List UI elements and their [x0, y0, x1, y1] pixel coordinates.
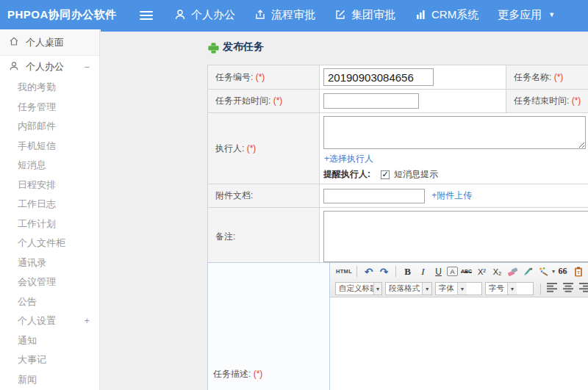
- sidebar-item-schedule[interactable]: 日程安排: [0, 176, 99, 195]
- user-icon: [9, 61, 19, 73]
- undo-button[interactable]: ↶: [362, 265, 376, 278]
- start-time-input[interactable]: [323, 93, 419, 109]
- heading-select[interactable]: 自定义标题 ▼: [335, 282, 382, 295]
- nav-label: 流程审批: [271, 8, 315, 22]
- underline-button[interactable]: U: [431, 265, 445, 278]
- add-task-icon: [208, 43, 218, 52]
- bold-button[interactable]: B: [401, 265, 415, 278]
- spell-wand-icon[interactable]: [537, 265, 551, 278]
- chevron-down-icon: ▼: [548, 11, 555, 18]
- sms-remind-label: 短消息提示: [394, 168, 438, 181]
- sidebar-item-notice[interactable]: 通知: [0, 331, 99, 351]
- table-row: 备注:: [208, 208, 588, 266]
- sidebar-item-memorabilia[interactable]: 大事记: [0, 350, 99, 370]
- align-center-icon[interactable]: [563, 283, 575, 295]
- attachment-input[interactable]: [323, 189, 425, 203]
- svg-text:T: T: [577, 270, 580, 275]
- html-source-button[interactable]: HTML: [336, 265, 352, 278]
- task-form-table: 任务编号: (*) 任务名称: (*) 任务开始时间: (*) 任务结束时间: …: [207, 65, 588, 266]
- sidebar-submenu: 我的考勤 任务管理 内部邮件 手机短信 短消息 日程安排 工作日志 工作计划 个…: [0, 78, 99, 389]
- edit-square-icon: [334, 9, 346, 21]
- process-approval-icon: [254, 9, 266, 21]
- rich-text-editor: HTML ↶ ↷ B I U A ABC X² X₂: [330, 263, 588, 390]
- hamburger-menu-icon[interactable]: [140, 9, 153, 22]
- strikethrough-button[interactable]: ABC: [459, 265, 473, 278]
- editor-toolbar-row-1: HTML ↶ ↷ B I U A ABC X² X₂: [330, 263, 588, 280]
- sidebar-item-work-log[interactable]: 工作日志: [0, 195, 99, 214]
- required-mark: (*): [247, 143, 257, 154]
- remark-textarea[interactable]: [323, 211, 588, 262]
- paragraph-format-select[interactable]: 段落格式 ▼: [385, 282, 432, 295]
- sidebar-item-personal-office[interactable]: 个人办公 −: [0, 56, 99, 78]
- sidebar-item-task-management[interactable]: 任务管理: [0, 98, 99, 118]
- blockquote-button[interactable]: 66: [556, 265, 570, 278]
- page-title: 发布任务: [208, 40, 264, 54]
- chevron-down-icon: ▼: [422, 283, 431, 295]
- choose-executor-link[interactable]: +选择执行人: [324, 153, 588, 165]
- expand-icon[interactable]: +: [84, 311, 90, 331]
- sidebar-item-attendance[interactable]: 我的考勤: [0, 78, 99, 98]
- chevron-down-icon: ▼: [373, 283, 381, 295]
- editor-toolbar-row-2: 自定义标题 ▼ 段落格式 ▼ 字体 ▼: [330, 280, 588, 297]
- editor-content-area[interactable]: [330, 297, 588, 390]
- sidebar-item-label: 个人桌面: [26, 36, 64, 49]
- top-navigation-bar: PHPOA协同办公软件 个人办公 流程审批 集团审批 CRM系统: [0, 0, 588, 29]
- sidebar-item-label: 个人设置: [18, 315, 56, 326]
- nav-item-personal-office[interactable]: 个人办公: [165, 0, 245, 29]
- sidebar-item-personal-settings[interactable]: 个人设置 +: [0, 311, 99, 331]
- select-value: 字号: [486, 283, 507, 295]
- sidebar-item-work-plan[interactable]: 工作计划: [0, 214, 99, 234]
- nav-label: CRM系统: [431, 8, 478, 22]
- nav-label: 个人办公: [191, 8, 235, 22]
- font-size-select[interactable]: 字号 ▼: [485, 282, 534, 295]
- chevron-down-icon: ▼: [507, 283, 517, 295]
- sidebar-item-personal-desktop[interactable]: 个人桌面: [0, 29, 99, 56]
- task-number-input[interactable]: [323, 68, 434, 86]
- align-left-icon[interactable]: [547, 283, 559, 295]
- remind-executor-label: 提醒执行人:: [323, 168, 370, 181]
- user-icon: [174, 9, 186, 21]
- sidebar-item-contacts[interactable]: 通讯录: [0, 253, 99, 273]
- sidebar-item-short-message[interactable]: 短消息: [0, 156, 99, 176]
- task-name-label: 任务名称:: [514, 72, 551, 82]
- sidebar-item-internal-mail[interactable]: 内部邮件: [0, 117, 99, 137]
- required-mark: (*): [554, 72, 564, 82]
- sidebar-item-meeting-management[interactable]: 会议管理: [0, 272, 99, 292]
- chevron-down-icon[interactable]: ▾: [552, 268, 555, 275]
- attachment-upload-link[interactable]: +附件上传: [431, 190, 472, 201]
- bar-chart-icon: [415, 9, 426, 21]
- eraser-icon[interactable]: [506, 265, 520, 278]
- nav-item-group-approval[interactable]: 集团审批: [325, 0, 405, 29]
- paste-text-icon[interactable]: T: [571, 265, 585, 278]
- select-value: 自定义标题: [336, 283, 373, 295]
- sidebar-item-announcement[interactable]: 公告: [0, 292, 99, 312]
- home-icon: [9, 36, 19, 48]
- nav-item-crm[interactable]: CRM系统: [405, 0, 488, 29]
- align-right-icon[interactable]: [579, 283, 588, 295]
- subscript-button[interactable]: X₂: [490, 265, 504, 278]
- redo-button[interactable]: ↷: [377, 265, 391, 278]
- table-row: 任务编号: (*) 任务名称: (*): [208, 65, 588, 90]
- attachment-label: 附件文档:: [215, 190, 253, 201]
- superscript-button[interactable]: X²: [475, 265, 489, 278]
- editor-toolbar: HTML ↶ ↷ B I U A ABC X² X₂: [330, 263, 588, 297]
- executor-label: 执行人:: [215, 143, 244, 154]
- sidebar-item-mobile-sms[interactable]: 手机短信: [0, 137, 99, 156]
- sms-remind-checkbox[interactable]: ✓: [381, 170, 390, 179]
- table-row: 任务描述: (*) HTML ↶ ↷ B I U A: [208, 263, 588, 390]
- font-style-button[interactable]: A: [447, 267, 458, 276]
- font-family-select[interactable]: 字体 ▼: [435, 282, 482, 295]
- required-mark: (*): [254, 369, 263, 379]
- format-painter-icon[interactable]: [521, 265, 535, 278]
- main-content: 发布任务 任务编号: (*) 任务名称: (*) 任务开始时间: (*) 任务结…: [101, 29, 588, 390]
- italic-button[interactable]: I: [416, 265, 430, 278]
- sidebar-item-file-cabinet[interactable]: 个人文件柜: [0, 234, 99, 253]
- toolbar-separator: [540, 284, 541, 295]
- sidebar-item-news[interactable]: 新闻: [0, 370, 99, 390]
- executor-textarea[interactable]: [323, 116, 586, 149]
- start-time-label: 任务开始时间:: [215, 95, 270, 106]
- collapse-icon[interactable]: −: [84, 62, 90, 73]
- nav-item-more-apps[interactable]: 更多应用 ▼: [488, 0, 564, 29]
- top-nav: 个人办公 流程审批 集团审批 CRM系统 更多应用 ▼: [165, 0, 564, 29]
- nav-item-process-approval[interactable]: 流程审批: [245, 0, 325, 29]
